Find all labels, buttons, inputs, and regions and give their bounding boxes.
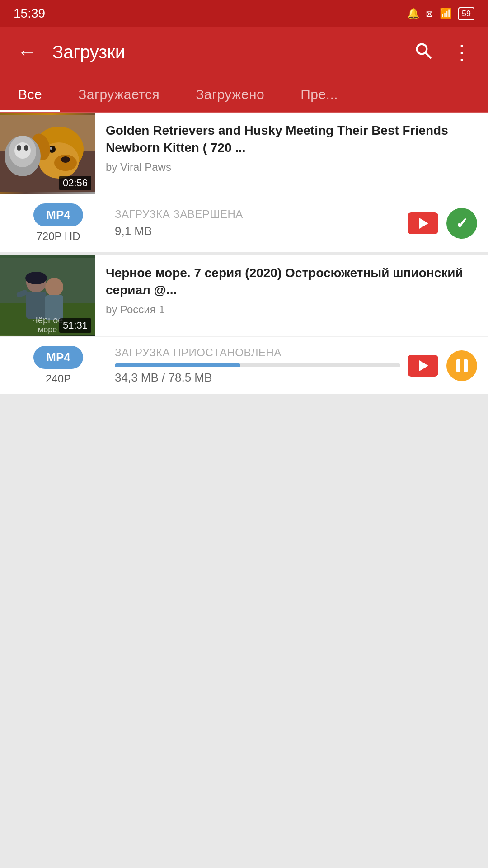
video-info-row-2: Чёрное море 51:31 Черное море. 7 серия (…	[0, 255, 488, 337]
thumbnail-1[interactable]: 02:56	[0, 113, 95, 194]
resolution-1: 720P HD	[37, 230, 80, 243]
download-item-1: 02:56 Golden Retrievers and Husky Meetin…	[0, 113, 488, 252]
svg-point-16	[24, 145, 28, 151]
tab-downloaded[interactable]: Загружено	[178, 77, 282, 112]
progress-fill-2	[115, 363, 240, 367]
video-channel-1: by Viral Paws	[106, 161, 477, 174]
download-status-row-1: MP4 720P HD ЗАГРУЗКА ЗАВЕРШЕНА 9,1 MB ✓	[0, 194, 488, 252]
video-title-2: Черное море. 7 серия (2020) Остросюжетны…	[106, 264, 477, 299]
size-text-1: 9,1 MB	[115, 224, 400, 238]
notification-icon: 🔔	[407, 8, 419, 19]
check-icon-1: ✓	[455, 214, 468, 232]
complete-button-1[interactable]: ✓	[446, 208, 477, 239]
format-col-1: MP4 720P HD	[11, 203, 106, 243]
svg-point-15	[17, 145, 21, 151]
duration-badge-2: 51:31	[59, 318, 91, 333]
action-buttons-2	[408, 350, 477, 381]
battery-indicator: 59	[458, 7, 474, 20]
status-time: 15:39	[14, 6, 45, 21]
format-badge-2: MP4	[33, 346, 83, 369]
tab-paused[interactable]: Пре...	[282, 77, 356, 112]
format-col-2: MP4 240P	[11, 346, 106, 385]
resolution-2: 240P	[46, 373, 71, 385]
svg-point-14	[14, 142, 31, 159]
status-icons: 🔔 ⊠ 📶 59	[407, 7, 474, 20]
svg-text:море: море	[38, 325, 57, 334]
duration-badge-1: 02:56	[59, 176, 91, 190]
pause-bar-left	[456, 359, 460, 372]
video-channel-2: by Россия 1	[106, 303, 477, 316]
page-title: Загрузки	[52, 42, 399, 62]
back-button[interactable]: ←	[13, 36, 42, 68]
youtube-button-2[interactable]	[408, 355, 438, 377]
thumbnail-2[interactable]: Чёрное море 51:31	[0, 255, 95, 336]
video-text-2: Черное море. 7 серия (2020) Остросюжетны…	[95, 255, 488, 336]
svg-point-8	[61, 156, 70, 163]
play-icon-2	[419, 360, 428, 371]
size-text-2: 34,3 MB / 78,5 MB	[115, 371, 400, 385]
format-badge-1: MP4	[33, 203, 83, 226]
status-bar: 15:39 🔔 ⊠ 📶 59	[0, 0, 488, 27]
search-button[interactable]	[409, 37, 436, 68]
svg-text:Чёрное: Чёрное	[32, 315, 63, 325]
video-text-1: Golden Retrievers and Husky Meeting Thei…	[95, 113, 488, 194]
status-col-2: ЗАГРУЗКА ПРИОСТАНОВЛЕНА 34,3 MB / 78,5 M…	[106, 346, 400, 385]
play-icon-1	[419, 218, 428, 229]
video-title-1: Golden Retrievers and Husky Meeting Thei…	[106, 122, 477, 156]
pause-button-2[interactable]	[446, 350, 477, 381]
svg-point-10	[50, 147, 52, 150]
wifi-icon: 📶	[440, 8, 452, 19]
battery-level: 59	[462, 9, 471, 19]
pause-icon-2	[456, 359, 468, 372]
screen-icon: ⊠	[426, 8, 433, 19]
action-buttons-1: ✓	[408, 208, 477, 239]
app-bar: ← Загрузки ⋮	[0, 27, 488, 77]
svg-point-25	[45, 278, 63, 296]
progress-bar-2	[115, 363, 400, 367]
video-info-row-1: 02:56 Golden Retrievers and Husky Meetin…	[0, 113, 488, 194]
status-text-2: ЗАГРУЗКА ПРИОСТАНОВЛЕНА	[115, 346, 400, 359]
tab-bar: Все Загружается Загружено Пре...	[0, 77, 488, 113]
youtube-button-1[interactable]	[408, 212, 438, 234]
svg-rect-23	[26, 292, 46, 319]
tab-downloading[interactable]: Загружается	[60, 77, 178, 112]
more-button[interactable]: ⋮	[447, 36, 475, 68]
svg-point-22	[25, 272, 47, 284]
svg-line-1	[426, 52, 431, 57]
tab-all[interactable]: Все	[0, 77, 60, 112]
download-item-2: Чёрное море 51:31 Черное море. 7 серия (…	[0, 255, 488, 394]
downloads-list: 02:56 Golden Retrievers and Husky Meetin…	[0, 113, 488, 394]
pause-bar-right	[464, 359, 468, 372]
status-text-1: ЗАГРУЗКА ЗАВЕРШЕНА	[115, 208, 400, 221]
status-col-1: ЗАГРУЗКА ЗАВЕРШЕНА 9,1 MB	[106, 208, 400, 238]
download-status-row-2: MP4 240P ЗАГРУЗКА ПРИОСТАНОВЛЕНА 34,3 MB…	[0, 337, 488, 394]
